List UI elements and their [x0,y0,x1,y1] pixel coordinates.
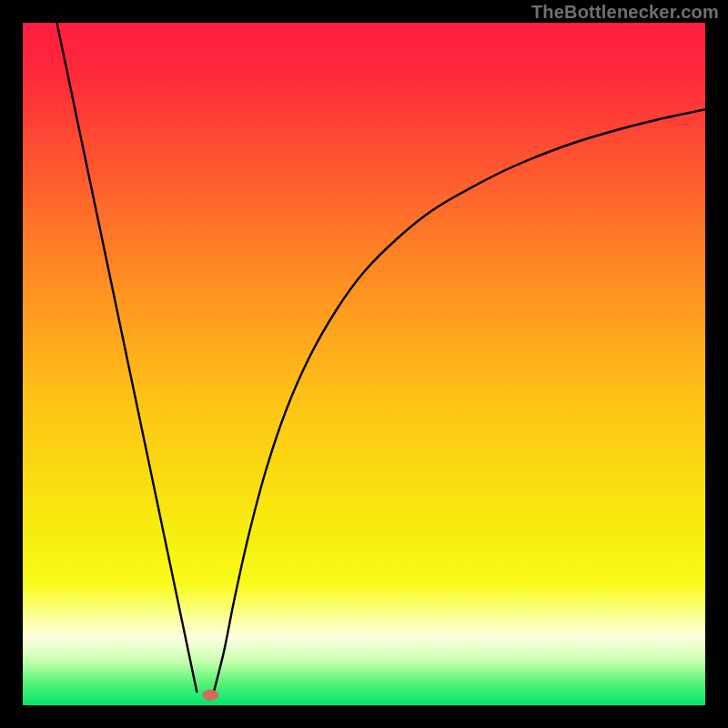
optimum-marker [202,690,218,701]
watermark-text: TheBottlenecker.com [531,2,719,23]
chart-background [23,23,705,705]
bottleneck-chart [23,23,705,705]
chart-frame [23,23,705,705]
